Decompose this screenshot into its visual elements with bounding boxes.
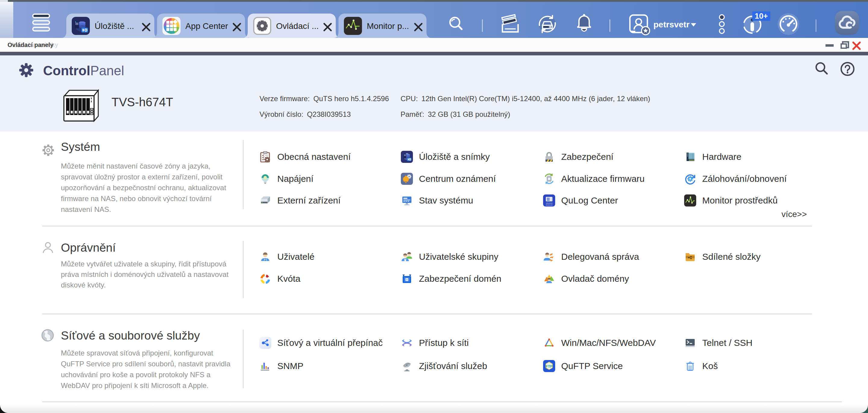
svg-text:010110: 010110 bbox=[546, 204, 553, 206]
svg-text:FTP: FTP bbox=[546, 365, 553, 368]
